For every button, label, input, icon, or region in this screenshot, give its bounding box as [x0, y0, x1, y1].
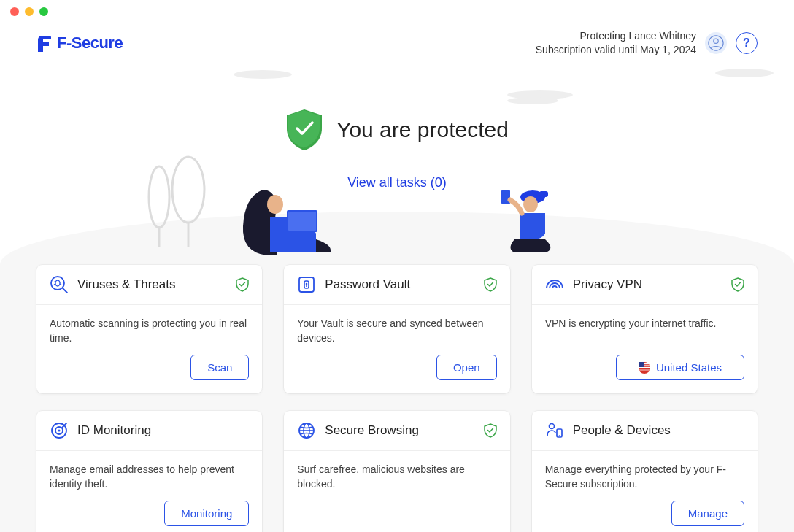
- card-description: Automatic scanning is protecting you in …: [50, 317, 249, 346]
- minimize-window-button[interactable]: [25, 7, 34, 16]
- brand-logo: F-Secure: [36, 34, 123, 53]
- vpn-icon: [545, 275, 564, 294]
- status-shield-icon: [731, 277, 744, 292]
- svg-point-4: [507, 97, 558, 104]
- svg-line-21: [54, 284, 55, 285]
- protection-status-title: You are protected: [336, 117, 509, 142]
- maximize-window-button[interactable]: [39, 7, 48, 16]
- people-devices-card: People & Devices Manage everything prote…: [532, 411, 758, 532]
- card-title: People & Devices: [573, 423, 744, 438]
- account-status: Protecting Lance Whitney Subscription va…: [536, 29, 696, 57]
- secure-browsing-card: Secure Browsing Surf carefree, malicious…: [284, 411, 509, 532]
- header-right: Protecting Lance Whitney Subscription va…: [536, 29, 758, 57]
- card-title: Privacy VPN: [573, 277, 722, 292]
- svg-point-2: [234, 70, 292, 79]
- card-title: Viruses & Threats: [77, 277, 227, 292]
- svg-rect-12: [288, 212, 316, 231]
- person-laptop-illustration: [237, 182, 339, 263]
- status-shield-icon: [484, 423, 497, 438]
- svg-point-43: [549, 424, 554, 429]
- user-avatar-icon: [708, 35, 724, 51]
- svg-point-3: [507, 90, 573, 99]
- open-vault-button[interactable]: Open: [436, 355, 497, 380]
- vault-icon: [297, 275, 316, 294]
- status-shield-icon: [236, 277, 249, 292]
- globe-icon: [297, 421, 316, 440]
- vpn-location-label: United States: [656, 361, 722, 374]
- feature-cards-grid: Viruses & Threats Automatic scanning is …: [36, 265, 758, 532]
- svg-rect-34: [639, 362, 644, 367]
- svg-point-10: [267, 195, 283, 214]
- hero-section: You are protected View all tasks (0): [0, 108, 794, 190]
- view-all-tasks-link[interactable]: View all tasks (0): [0, 175, 794, 190]
- protecting-user-text: Protecting Lance Whitney: [536, 29, 696, 43]
- protected-shield-icon: [285, 108, 323, 152]
- subscription-text: Subscription valid until May 1, 2024: [536, 43, 696, 57]
- app-header: F-Secure Protecting Lance Whitney Subscr…: [0, 29, 794, 57]
- close-window-button[interactable]: [10, 7, 19, 16]
- id-monitoring-card: ID Monitoring Manage email addresses to …: [36, 411, 262, 532]
- svg-rect-33: [639, 370, 650, 371]
- svg-rect-32: [639, 369, 650, 369]
- svg-point-1: [714, 39, 718, 43]
- status-shield-icon: [484, 277, 497, 292]
- us-flag-icon: [639, 362, 650, 374]
- manage-button[interactable]: Manage: [671, 501, 744, 526]
- bug-search-icon: [50, 275, 69, 294]
- svg-point-26: [306, 283, 308, 285]
- svg-point-15: [523, 196, 538, 212]
- brand-name: F-Secure: [57, 34, 123, 53]
- card-description: Manage email addresses to help prevent i…: [50, 463, 249, 492]
- svg-point-17: [51, 277, 64, 290]
- svg-rect-14: [539, 191, 548, 197]
- card-description: VPN is encrypting your internet traffic.: [545, 317, 744, 346]
- svg-line-18: [63, 288, 67, 293]
- viruses-threats-card: Viruses & Threats Automatic scanning is …: [36, 265, 262, 393]
- fsecure-logo-icon: [36, 34, 51, 52]
- card-title: Password Vault: [325, 277, 474, 292]
- scan-button[interactable]: Scan: [190, 355, 249, 380]
- card-description: Manage everything protected by your F-Se…: [545, 463, 744, 492]
- svg-point-5: [715, 69, 774, 77]
- card-title: Secure Browsing: [325, 423, 474, 438]
- cloud-decoration: [0, 66, 794, 109]
- svg-line-23: [60, 284, 61, 285]
- svg-point-19: [55, 280, 60, 286]
- target-icon: [50, 421, 69, 440]
- svg-line-20: [54, 282, 55, 282]
- avatar-button[interactable]: [705, 32, 727, 54]
- svg-point-38: [58, 430, 61, 432]
- card-description: Surf carefree, malicious websites are bl…: [297, 463, 496, 526]
- monitoring-button[interactable]: Monitoring: [164, 501, 249, 526]
- people-devices-icon: [545, 421, 564, 440]
- card-title: ID Monitoring: [77, 423, 249, 438]
- svg-point-45: [558, 435, 560, 436]
- help-button[interactable]: ?: [736, 32, 758, 54]
- vpn-location-button[interactable]: United States: [616, 355, 744, 380]
- window-controls: [10, 7, 48, 16]
- card-description: Your Vault is secure and synced between …: [297, 317, 496, 346]
- person-phone-illustration: [493, 182, 566, 255]
- password-vault-card: Password Vault Your Vault is secure and …: [284, 265, 509, 393]
- svg-line-22: [60, 282, 61, 282]
- privacy-vpn-card: Privacy VPN VPN is encrypting your inter…: [532, 265, 758, 393]
